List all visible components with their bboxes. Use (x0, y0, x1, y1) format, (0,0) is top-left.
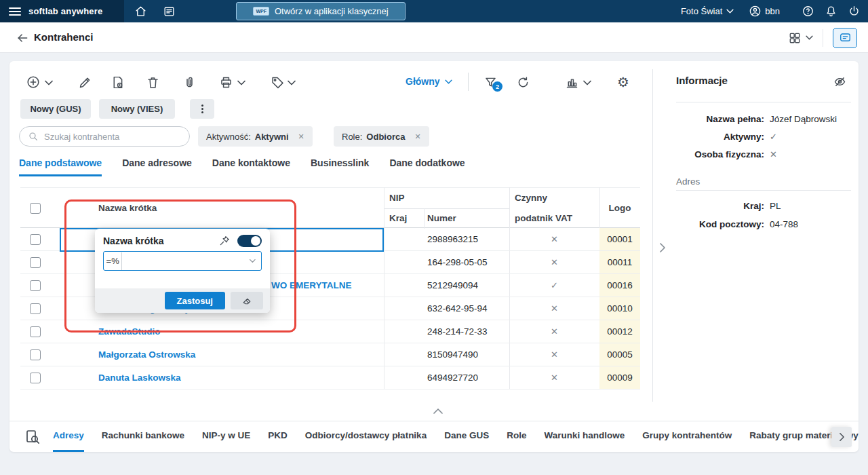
apply-filter-button[interactable]: Zastosuj (165, 292, 225, 309)
print-button[interactable] (217, 73, 235, 91)
filter-chip-activity[interactable]: Aktywność: Aktywni (198, 126, 313, 147)
tab-businesslink[interactable]: Businesslink (311, 157, 369, 176)
chevron-down-icon (445, 79, 452, 84)
user-menu[interactable]: bbn (749, 5, 780, 18)
company-selector[interactable]: Foto Świat (681, 6, 734, 16)
column-header-numer[interactable]: Numer (427, 208, 456, 229)
bottom-tabs-scroll-right-button[interactable] (831, 427, 852, 447)
select-all-checkbox[interactable] (30, 203, 41, 214)
bottom-tab-adresy[interactable]: Adresy (53, 421, 84, 452)
chip-close-icon[interactable] (298, 132, 304, 141)
more-actions-button[interactable] (190, 99, 214, 119)
layout-grid-icon (788, 31, 802, 45)
delete-button[interactable] (144, 73, 161, 91)
add-chevron-icon[interactable] (45, 80, 53, 86)
new-vies-button[interactable]: Nowy (VIES) (99, 99, 175, 119)
chevron-down-icon[interactable] (250, 259, 256, 263)
refresh-button[interactable] (514, 73, 532, 91)
details-button[interactable] (108, 73, 126, 91)
bottom-tab-nipy[interactable]: NIP-y w UE (202, 421, 250, 452)
labels-button[interactable] (269, 73, 286, 91)
clear-filter-button[interactable] (231, 292, 263, 309)
chip-close-icon[interactable] (414, 132, 420, 141)
bottom-tab-grupy[interactable]: Grupy kontrahentów (642, 421, 732, 452)
filter-toggle[interactable] (237, 235, 262, 247)
layout-selector[interactable] (788, 31, 813, 45)
contractor-name-link[interactable]: Małgorzata Ostrowska (60, 343, 384, 366)
print-chevron-icon[interactable] (237, 80, 245, 86)
row-checkbox[interactable] (30, 373, 41, 383)
table-row[interactable]: Danuta Laskowska 6494927720 ✕ 00009 (20, 366, 640, 390)
filter-popup-title: Nazwa krótka (103, 235, 212, 246)
field-value-mark: ✕ (770, 149, 777, 159)
column-header-nip[interactable]: NIP (389, 188, 405, 208)
home-button[interactable] (129, 0, 152, 22)
row-checkbox[interactable] (30, 349, 41, 360)
search-input[interactable] (44, 132, 181, 142)
table-row[interactable]: ZawadaStudio 248-214-72-33 ✕ 00012 (20, 320, 640, 343)
tab-dane-adresowe[interactable]: Dane adresowe (122, 157, 192, 176)
add-button[interactable] (24, 73, 42, 91)
contractor-name-link[interactable]: Danuta Laskowska (60, 366, 384, 389)
document-search-icon (24, 429, 41, 445)
pin-icon[interactable] (218, 235, 231, 247)
contractor-name-link[interactable]: ZawadaStudio (60, 320, 384, 343)
row-checkbox[interactable] (30, 326, 41, 337)
nip-number: 248-214-72-33 (427, 320, 488, 343)
open-classic-label: Otwórz w aplikacji klasycznej (275, 6, 389, 16)
hide-panel-button[interactable] (833, 75, 847, 91)
logo-code: 00005 (599, 343, 640, 366)
row-checkbox[interactable] (30, 234, 41, 245)
menu-icon[interactable] (9, 7, 21, 16)
news-button[interactable] (157, 0, 180, 22)
attachments-button[interactable] (180, 73, 198, 91)
column-header-logo[interactable]: Logo (599, 188, 640, 229)
related-lists-button[interactable] (24, 421, 41, 452)
row-checkbox[interactable] (30, 257, 41, 268)
settings-button[interactable]: ⚙ (614, 73, 632, 91)
column-header-name[interactable]: Nazwa krótka (98, 188, 157, 229)
help-icon (802, 5, 814, 18)
eye-off-icon (833, 75, 847, 89)
column-header-vat-line1[interactable]: Czynny (515, 188, 547, 208)
view-selector[interactable]: Główny (406, 76, 452, 87)
tab-dane-dodatkowe[interactable]: Dane dodatkowe (389, 157, 465, 176)
back-button[interactable] (14, 29, 31, 47)
comments-button[interactable] (833, 28, 857, 48)
column-header-kraj[interactable]: Kraj (389, 208, 407, 229)
collapse-panel-button[interactable] (656, 240, 669, 255)
analytics-button[interactable] (563, 73, 580, 91)
chevron-down-icon (806, 35, 813, 40)
bottom-tab-rachunki[interactable]: Rachunki bankowe (102, 421, 184, 452)
collapse-bottom-button[interactable] (431, 404, 445, 418)
help-button[interactable] (796, 0, 819, 22)
logout-button[interactable] (842, 0, 865, 22)
edit-button[interactable] (76, 73, 94, 91)
bottom-tab-odbiorcy[interactable]: Odbiorcy/dostawcy płatnika (305, 421, 427, 452)
field-label: Aktywny: (676, 132, 764, 142)
filter-operator[interactable]: =% (104, 252, 122, 270)
info-section-title: Adres (676, 176, 700, 187)
analytics-chevron-icon[interactable] (583, 80, 591, 86)
labels-chevron-icon[interactable] (288, 80, 296, 86)
open-classic-app-button[interactable]: WPF Otwórz w aplikacji klasycznej (236, 2, 406, 20)
tab-dane-kontaktowe[interactable]: Dane kontaktowe (212, 157, 290, 176)
nip-number: 5212949094 (427, 274, 478, 297)
panel-divider (652, 69, 653, 402)
bottom-tab-warunki[interactable]: Warunki handlowe (544, 421, 625, 452)
table-row[interactable]: Małgorzata Ostrowska 8150947490 ✕ 00005 (20, 343, 640, 366)
row-checkbox[interactable] (30, 280, 41, 291)
column-header-vat-line2[interactable]: podatnik VAT (515, 208, 572, 229)
document-info-icon (111, 75, 125, 90)
vat-status-mark: ✕ (509, 251, 599, 273)
filter-value-input[interactable] (122, 256, 250, 266)
app-brand: softlab anywhere (28, 6, 102, 16)
filter-chip-role[interactable]: Role: Odbiorca (334, 126, 429, 147)
notifications-button[interactable] (819, 0, 842, 22)
bottom-tab-dane-gus[interactable]: Dane GUS (444, 421, 489, 452)
tab-dane-podstawowe[interactable]: Dane podstawowe (19, 157, 102, 176)
bottom-tab-pkd[interactable]: PKD (268, 421, 288, 452)
row-checkbox[interactable] (30, 303, 41, 314)
new-gus-button[interactable]: Nowy (GUS) (20, 99, 91, 119)
bottom-tab-role[interactable]: Role (507, 421, 526, 452)
